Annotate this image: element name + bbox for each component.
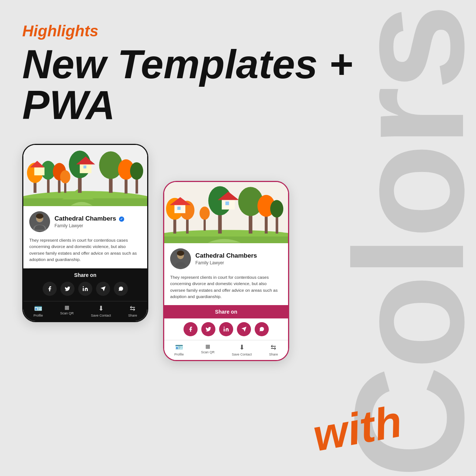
telegram-icon-black[interactable]: [96, 282, 110, 296]
business-name-black: Cathedral Chambers: [54, 215, 141, 222]
share-section-pink: Share on: [164, 305, 288, 318]
svg-point-23: [60, 170, 70, 183]
share-label-black: Share on: [27, 272, 143, 278]
phone-black: Cathedral Chambers Family Lawyer They re…: [22, 144, 148, 322]
nav-savecontact-label-black: Save Contact: [91, 314, 111, 317]
svg-rect-9: [34, 167, 44, 175]
business-role-black: Family Lawyer: [54, 223, 141, 228]
nav-share-black[interactable]: ⇆ Share: [128, 304, 137, 317]
profile-section-pink: Cathedral Chambers Family Lawyer: [164, 243, 288, 274]
scanqr-nav-icon-pink: ▦: [205, 343, 210, 349]
svg-point-59: [224, 327, 225, 328]
landscape-illustration-pink: [164, 182, 288, 243]
verified-icon-black: [119, 216, 124, 222]
main-title: New Templates + PWA: [22, 44, 454, 125]
svg-point-51: [270, 200, 283, 218]
twitter-icon-black[interactable]: [60, 282, 75, 296]
bottom-nav-pink: 🪪 Profile ▦ Scan QR ⬇ Save Contact ⇆ Sha…: [164, 340, 288, 360]
svg-point-21: [130, 162, 143, 180]
share-label-pink: Share on: [172, 309, 281, 315]
business-role-pink: Family Lawyer: [195, 260, 282, 265]
share-nav-icon-pink: ⇆: [271, 343, 276, 351]
savecontact-nav-icon-pink: ⬇: [239, 343, 245, 351]
phones-container: Cathedral Chambers Family Lawyer They re…: [22, 144, 454, 361]
svg-point-53: [199, 206, 210, 219]
svg-rect-45: [225, 202, 229, 205]
telegram-icon-pink[interactable]: [237, 322, 251, 336]
highlights-label: Highlights: [22, 22, 454, 40]
nav-scanqr-label-black: Scan QR: [60, 311, 74, 315]
nav-profile-pink[interactable]: 🪪 Profile: [174, 343, 184, 356]
whatsapp-icon-black[interactable]: [114, 282, 128, 296]
nav-scanqr-black[interactable]: ▦ Scan QR: [60, 304, 74, 317]
business-name-pink: Cathedral Chambers: [195, 252, 282, 260]
svg-rect-29: [83, 288, 84, 291]
nav-savecontact-pink[interactable]: ⬇ Save Contact: [232, 343, 252, 356]
profile-desc-black: They represent clients in court for cont…: [23, 237, 147, 268]
profile-section-black: Cathedral Chambers Family Lawyer: [23, 206, 147, 237]
twitter-icon-pink[interactable]: [201, 322, 215, 336]
nav-savecontact-black[interactable]: ⬇ Save Contact: [91, 304, 111, 317]
profile-nav-icon-black: 🪪: [34, 304, 42, 313]
savecontact-nav-icon-black: ⬇: [98, 304, 104, 313]
nav-profile-label-pink: Profile: [174, 353, 184, 356]
avatar-pink: [170, 248, 191, 269]
scanqr-nav-icon-black: ▦: [65, 304, 69, 310]
profile-info-pink: Cathedral Chambers Family Lawyer: [195, 252, 282, 265]
svg-point-28: [36, 214, 43, 219]
whatsapp-icon-pink[interactable]: [255, 322, 269, 336]
svg-rect-40: [177, 206, 181, 210]
svg-point-57: [177, 251, 184, 256]
share-section-black: Share on: [23, 268, 147, 301]
share-nav-icon-black: ⇆: [130, 304, 135, 313]
social-icons-black: [27, 282, 143, 296]
bottom-nav-black: 🪪 Profile ▦ Scan QR ⬇ Save Contact ⇆ Sha…: [23, 301, 147, 321]
nav-share-label-black: Share: [128, 314, 137, 317]
nav-scanqr-label-pink: Scan QR: [201, 350, 215, 354]
nav-scanqr-pink[interactable]: ▦ Scan QR: [201, 343, 215, 356]
nav-share-label-pink: Share: [269, 353, 278, 356]
profile-nav-icon-pink: 🪪: [175, 343, 183, 351]
social-icons-pink: [164, 318, 288, 340]
svg-point-30: [83, 286, 84, 287]
nav-share-pink[interactable]: ⇆ Share: [269, 343, 278, 356]
phone-pink: Cathedral Chambers Family Lawyer They re…: [163, 181, 289, 361]
svg-rect-58: [224, 328, 225, 331]
landscape-illustration-black: [23, 145, 147, 206]
profile-desc-pink: They represent clients in court for cont…: [164, 274, 288, 305]
facebook-icon-pink[interactable]: [184, 322, 198, 336]
profile-info-black: Cathedral Chambers Family Lawyer: [54, 215, 141, 228]
nav-savecontact-label-pink: Save Contact: [232, 353, 252, 356]
linkedin-icon-black[interactable]: [78, 282, 92, 296]
avatar-black: [29, 211, 50, 232]
linkedin-icon-pink[interactable]: [219, 322, 233, 336]
svg-rect-15: [83, 165, 86, 168]
nav-profile-black[interactable]: 🪪 Profile: [33, 304, 43, 317]
facebook-icon-black[interactable]: [43, 282, 57, 296]
nav-profile-label-black: Profile: [33, 314, 43, 317]
